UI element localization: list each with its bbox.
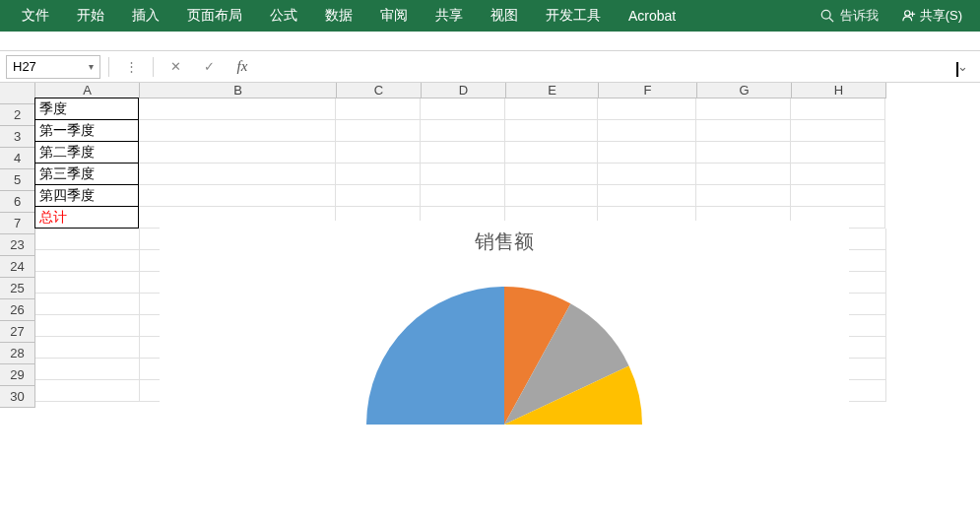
cell-D3[interactable] xyxy=(421,120,505,142)
col-header-H[interactable]: H xyxy=(792,83,886,98)
fx-icon[interactable]: fx xyxy=(229,55,256,79)
cell-F3[interactable] xyxy=(598,120,696,142)
cell-G5[interactable] xyxy=(696,164,791,185)
cell-A7[interactable]: 总计 xyxy=(34,206,139,229)
select-all-corner[interactable] xyxy=(0,83,35,104)
row-header-30[interactable]: 30 xyxy=(0,386,35,408)
cell-C5[interactable] xyxy=(336,164,421,185)
tab-page-layout[interactable]: 页面布局 xyxy=(173,0,256,32)
cell-A5[interactable]: 第三季度 xyxy=(34,163,139,185)
row-header-6[interactable]: 6 xyxy=(0,191,35,213)
cell-D6[interactable] xyxy=(421,185,505,207)
row-header-28[interactable]: 28 xyxy=(0,343,35,364)
row-header-23[interactable]: 23 xyxy=(0,234,35,256)
cell-G6[interactable] xyxy=(696,185,791,207)
tab-formulas[interactable]: 公式 xyxy=(256,0,311,32)
tab-review[interactable]: 审阅 xyxy=(366,0,422,32)
cell-A28[interactable] xyxy=(35,337,140,359)
cancel-icon[interactable]: ✕ xyxy=(162,55,189,79)
cell-H5[interactable] xyxy=(791,164,885,185)
col-header-D[interactable]: D xyxy=(422,83,506,98)
pie-chart xyxy=(160,267,849,444)
cell-E6[interactable] xyxy=(505,185,598,207)
row-header-2[interactable]: 2 xyxy=(0,104,35,126)
row-header-27[interactable]: 27 xyxy=(0,321,35,343)
tab-share[interactable]: 共享 xyxy=(422,0,477,32)
cell-C2[interactable] xyxy=(336,98,421,120)
cell-A2[interactable]: 季度 xyxy=(34,98,139,120)
cell-B5[interactable] xyxy=(139,164,336,185)
enter-icon[interactable]: ✓ xyxy=(195,55,223,79)
cell-D5[interactable] xyxy=(421,164,505,185)
name-box[interactable]: H27 ▾ xyxy=(6,55,100,79)
cell-B3[interactable] xyxy=(139,120,336,142)
cell-G3[interactable] xyxy=(696,120,791,142)
row-header-7[interactable]: 7 xyxy=(0,213,35,234)
cell-F4[interactable] xyxy=(598,142,696,164)
cell-D2[interactable] xyxy=(421,98,505,120)
cell-C4[interactable] xyxy=(336,142,421,164)
cell-C6[interactable] xyxy=(336,185,421,207)
col-header-G[interactable]: G xyxy=(697,83,792,98)
tab-acrobat[interactable]: Acrobat xyxy=(615,0,689,32)
cell-G2[interactable] xyxy=(696,98,791,120)
cell-A30[interactable] xyxy=(35,380,140,402)
row-header-26[interactable]: 26 xyxy=(0,299,35,321)
cell-E2[interactable] xyxy=(505,98,598,120)
cell-A24[interactable] xyxy=(35,250,140,272)
tab-home[interactable]: 开始 xyxy=(63,0,118,32)
share-label: 共享(S) xyxy=(920,7,962,25)
cell-H3[interactable] xyxy=(791,120,885,142)
cell-D4[interactable] xyxy=(421,142,505,164)
cell-C3[interactable] xyxy=(336,120,421,142)
tab-data[interactable]: 数据 xyxy=(311,0,366,32)
cell-A23[interactable] xyxy=(35,229,140,250)
cell-E5[interactable] xyxy=(505,164,598,185)
cell-A6[interactable]: 第四季度 xyxy=(34,184,139,207)
expand-formula-icon[interactable]: ⌄ xyxy=(950,59,974,74)
row-header-5[interactable]: 5 xyxy=(0,169,35,191)
chevron-down-icon[interactable]: ▾ xyxy=(89,61,94,72)
cell-F5[interactable] xyxy=(598,164,696,185)
tell-me-search[interactable]: 告诉我 xyxy=(811,7,888,25)
formula-bar: H27 ▾ ⋮ ✕ ✓ fx ⌄ xyxy=(0,51,980,83)
row-header-4[interactable]: 4 xyxy=(0,148,35,169)
cell-A27[interactable] xyxy=(35,315,140,337)
cell-B4[interactable] xyxy=(139,142,336,164)
tab-file[interactable]: 文件 xyxy=(8,0,63,32)
tab-insert[interactable]: 插入 xyxy=(118,0,173,32)
cell-B2[interactable] xyxy=(139,98,336,120)
col-header-B[interactable]: B xyxy=(140,83,337,98)
cell-A4[interactable]: 第二季度 xyxy=(34,141,139,164)
row-header-29[interactable]: 29 xyxy=(0,364,35,386)
cell-F2[interactable] xyxy=(598,98,696,120)
cell-A3[interactable]: 第一季度 xyxy=(34,119,139,142)
tab-developer[interactable]: 开发工具 xyxy=(532,0,615,32)
cell-A26[interactable] xyxy=(35,294,140,315)
chart-object[interactable]: 销售额 xyxy=(160,221,849,524)
col-header-E[interactable]: E xyxy=(506,83,599,98)
search-icon xyxy=(820,9,834,23)
spreadsheet-grid[interactable]: 2345672324252627282930 ABCDEFGH 季度第一季度第二… xyxy=(0,83,980,524)
cell-A29[interactable] xyxy=(35,359,140,380)
cell-A25[interactable] xyxy=(35,272,140,294)
cell-G4[interactable] xyxy=(696,142,791,164)
cell-F6[interactable] xyxy=(598,185,696,207)
cell-H6[interactable] xyxy=(791,185,885,207)
cell-B6[interactable] xyxy=(139,185,336,207)
more-icon[interactable]: ⋮ xyxy=(117,55,145,79)
tab-view[interactable]: 视图 xyxy=(477,0,532,32)
row-header-24[interactable]: 24 xyxy=(0,256,35,278)
svg-point-2 xyxy=(904,11,909,16)
cell-E4[interactable] xyxy=(505,142,598,164)
cell-H4[interactable] xyxy=(791,142,885,164)
cell-H2[interactable] xyxy=(791,98,885,120)
cell-E3[interactable] xyxy=(505,120,598,142)
share-button[interactable]: 共享(S) xyxy=(892,7,972,25)
col-header-A[interactable]: A xyxy=(35,83,140,98)
row-header-25[interactable]: 25 xyxy=(0,278,35,299)
row-header-3[interactable]: 3 xyxy=(0,126,35,148)
formula-input[interactable] xyxy=(262,55,945,79)
col-header-F[interactable]: F xyxy=(599,83,697,98)
col-header-C[interactable]: C xyxy=(337,83,422,98)
